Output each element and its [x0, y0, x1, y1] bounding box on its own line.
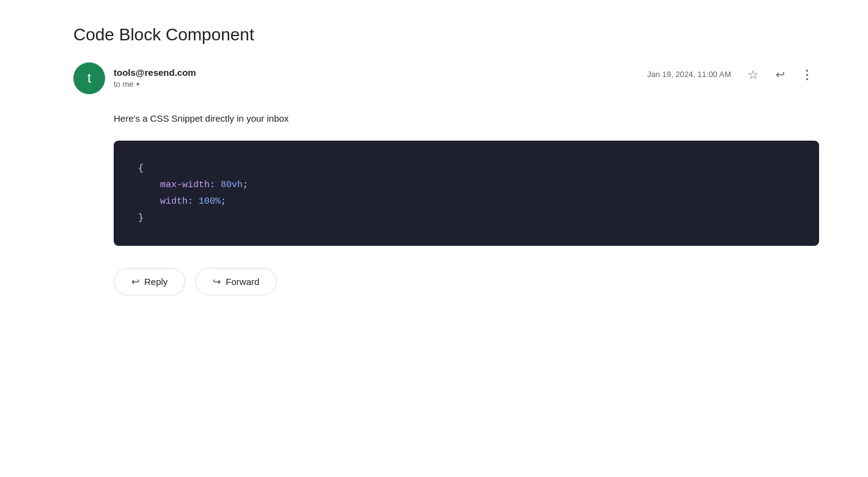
code-prop-max-width: max-width — [160, 180, 210, 190]
code-brace-open: { — [138, 163, 144, 174]
more-button[interactable]: ⋮ — [795, 62, 819, 87]
reply-arrow-icon: ↩ — [131, 276, 139, 287]
reply-button[interactable]: ↩ Reply — [114, 268, 185, 295]
email-meta: Jan 19, 2024, 11:00 AM ⋮ — [647, 62, 819, 87]
forward-button[interactable]: ↪ Forward — [195, 268, 277, 295]
code-semi-2: ; — [221, 196, 226, 207]
sender-email: tools@resend.com — [114, 67, 196, 78]
email-date: Jan 19, 2024, 11:00 AM — [647, 70, 731, 79]
reply-icon — [776, 68, 785, 81]
code-colon-1: : — [210, 180, 221, 190]
code-val-width: 100% — [199, 196, 221, 207]
forward-label: Forward — [226, 276, 259, 287]
code-brace-close: } — [138, 213, 144, 223]
sender-info: tools@resend.com to me ▾ — [114, 67, 196, 89]
avatar: t — [73, 62, 105, 94]
code-content: { max-width: 80vh; width: 100%; } — [138, 160, 795, 226]
more-icon: ⋮ — [801, 67, 814, 82]
email-body-text: Here's a CSS Snippet directly in your in… — [114, 111, 819, 126]
code-val-max-width: 80vh — [221, 180, 243, 190]
code-prop-width: width — [160, 196, 188, 207]
chevron-down-icon[interactable]: ▾ — [136, 81, 139, 87]
code-colon-2: : — [188, 196, 199, 207]
code-block: { max-width: 80vh; width: 100%; } — [114, 141, 819, 246]
sender-to[interactable]: to me ▾ — [114, 80, 196, 89]
email-header: t tools@resend.com to me ▾ Jan 19, 2024,… — [73, 62, 819, 94]
sender-section: t tools@resend.com to me ▾ — [73, 62, 196, 94]
email-body: Here's a CSS Snippet directly in your in… — [114, 111, 819, 246]
reply-button-header[interactable] — [768, 62, 792, 87]
code-semi-1: ; — [243, 180, 248, 190]
to-label: to me — [114, 80, 134, 89]
header-actions: ⋮ — [741, 62, 819, 87]
email-container: Code Block Component t tools@resend.com … — [0, 0, 868, 320]
action-buttons: ↩ Reply ↪ Forward — [114, 268, 819, 295]
email-subject: Code Block Component — [73, 24, 819, 45]
star-icon — [748, 67, 759, 82]
reply-label: Reply — [144, 276, 167, 287]
forward-arrow-icon: ↪ — [213, 276, 221, 287]
star-button[interactable] — [741, 62, 765, 87]
